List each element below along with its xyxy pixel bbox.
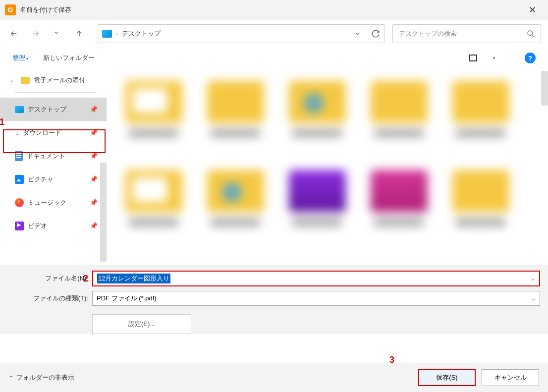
annotation-3-label: 3 [389,355,394,365]
chevron-down-icon[interactable]: ⌄ [531,276,535,282]
close-button[interactable]: ✕ [522,4,543,15]
blurred-thumbnails [121,73,538,265]
tree-label: ミュージック [28,198,66,207]
up-icon[interactable] [75,29,84,38]
pictures-icon [15,175,24,184]
cancel-label: キャンセル [494,373,527,382]
annotation-2-label: 2 [83,274,88,284]
filename-input[interactable]: 12月カレンダー図形入り ⌄ [92,271,540,286]
music-icon [15,198,24,207]
pin-icon[interactable]: 📌 [90,106,98,113]
tree-label: ピクチャ [28,175,54,184]
chevron-down-icon[interactable]: ⌄ [531,295,536,302]
recent-dropdown-icon[interactable] [53,29,62,38]
svg-point-0 [528,31,532,35]
content-scrollbar[interactable] [541,71,548,106]
download-icon: ↓ [15,128,19,137]
search-placeholder: デスクトップの検索 [399,29,523,38]
hide-folders-toggle[interactable]: ⌃ フォルダーの非表示 [9,373,74,382]
filetype-select[interactable]: PDF ファイル (*.pdf) ⌄ [92,291,540,306]
help-icon[interactable]: ? [525,53,536,63]
view-dropdown-icon[interactable]: ▾ [493,56,495,60]
tree-scrollbar[interactable] [100,163,107,262]
tree-item-pictures[interactable]: ピクチャ 📌 [0,168,107,191]
nav-tree: › 電子メールの添付 デスクトップ 📌 ↓ ダウンロード 📌 ドキュメント 📌 … [0,68,107,265]
annotation-1-label: 1 [0,117,4,127]
tree-item-desktop[interactable]: デスクトップ 📌 [0,98,107,121]
app-icon: G [5,4,16,15]
tree-label: ドキュメント [27,152,65,161]
file-content-area[interactable] [107,68,548,265]
tree-item-video[interactable]: ビデオ 📌 [0,214,107,237]
new-folder-button[interactable]: 新しいフォルダー [43,54,95,62]
breadcrumb-sep: › [116,30,118,37]
breadcrumb-location: デスクトップ [122,29,161,38]
filename-value: 12月カレンダー図形入り [97,274,170,283]
pin-icon[interactable]: 📌 [90,199,98,206]
titlebar: G 名前を付けて保存 ✕ [0,0,548,20]
desktop-icon [15,106,24,113]
search-icon[interactable] [527,30,535,38]
desktop-icon [102,30,112,38]
filename-label: ファイル名(N): [8,274,92,283]
hide-folders-label: フォルダーの非表示 [16,373,74,382]
forward-icon[interactable] [31,29,40,38]
filetype-label: ファイルの種類(T): [8,294,92,303]
tree-label: 電子メールの添付 [34,76,85,85]
refresh-icon[interactable] [371,29,380,38]
settings-label: 設定(E)... [128,320,155,329]
folder-icon [21,77,30,84]
pin-icon[interactable]: 📌 [90,129,98,136]
filetype-value: PDF ファイル (*.pdf) [97,294,157,303]
nav-buttons [7,29,89,38]
tree-item-music[interactable]: ミュージック 📌 [0,191,107,214]
tree-divider [15,92,97,93]
body: › 電子メールの添付 デスクトップ 📌 ↓ ダウンロード 📌 ドキュメント 📌 … [0,68,548,265]
tree-item-downloads[interactable]: ↓ ダウンロード 📌 [0,121,107,144]
pin-icon[interactable]: 📌 [90,175,98,183]
video-icon [15,222,24,230]
chevron-up-icon: ⌃ [9,375,13,381]
back-icon[interactable] [9,29,18,38]
tree-label: ビデオ [28,222,47,230]
tree-item-documents[interactable]: ドキュメント 📌 [0,144,107,168]
footer: ⌃ フォルダーの非表示 保存(S) キャンセル [0,363,548,392]
view-icon[interactable] [469,55,477,61]
filetype-row: ファイルの種類(T): PDF ファイル (*.pdf) ⌄ [0,289,548,307]
window-title: 名前を付けて保存 [20,5,71,14]
organize-menu[interactable]: 整理 [12,54,28,62]
document-icon [15,151,23,161]
save-form: ファイル名(N): 12月カレンダー図形入り ⌄ ファイルの種類(T): PDF… [0,265,548,334]
toolbar: 整理 新しいフォルダー ▾ ? [0,48,548,68]
pin-icon[interactable]: 📌 [90,222,98,229]
address-bar[interactable]: › デスクトップ [98,24,384,43]
chevron-right-icon[interactable]: › [11,77,13,83]
tree-label: デスクトップ [28,105,66,114]
tree-label: ダウンロード [23,128,61,137]
filename-row: ファイル名(N): 12月カレンダー図形入り ⌄ [0,270,548,287]
search-box[interactable]: デスクトップの検索 [392,24,541,43]
cancel-button[interactable]: キャンセル [482,369,539,386]
save-label: 保存(S) [436,373,457,382]
addr-dropdown-icon[interactable] [354,30,361,37]
pin-icon[interactable]: 📌 [90,152,98,160]
settings-button[interactable]: 設定(E)... [92,314,191,334]
nav-row: › デスクトップ デスクトップの検索 [0,20,548,48]
save-button[interactable]: 保存(S) [418,369,476,386]
tree-item-mail[interactable]: › 電子メールの添付 [0,70,107,90]
